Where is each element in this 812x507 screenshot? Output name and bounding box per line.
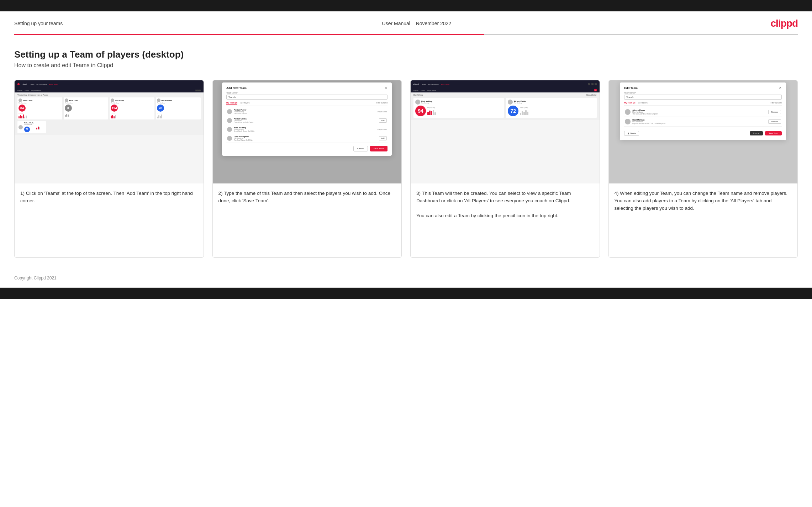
delete-team-btn[interactable]: 🗑 Delete [624, 131, 639, 136]
card-1-text: 1) Click on 'Teams' at the top of the sc… [15, 183, 204, 257]
player-info: Adrian Coliba 1 Handicap Central London … [234, 118, 377, 123]
filter-by-name-2[interactable]: Filter by name [376, 102, 388, 105]
card-3-screenshot: clippd Home My Performance My HL Teams ⬛… [411, 80, 600, 183]
modal-2-title: Add New Team [226, 86, 247, 90]
card-3: clippd Home My Performance My HL Teams ⬛… [410, 80, 600, 258]
player-detail-2: The Gog Magog Golf Club [234, 139, 377, 141]
player-row: Blair McHarg Plus Handicap Royal North D… [226, 125, 387, 134]
player-detail-2: Central London Golf Centre [234, 122, 377, 123]
card-4-text: 4) When editing your Team, you can chang… [609, 183, 798, 257]
delete-btn-label: Delete [630, 132, 636, 134]
player-info-4-1: Adrian Player Plus Handicap The Shire, L… [632, 109, 766, 115]
card-4: Edit Team ✕ Team Name * Team A My Team (… [608, 80, 798, 258]
header-left-text: Setting up your teams [14, 21, 63, 26]
card-2: Add New Team ✕ Team Name * Team A My Tea… [212, 80, 402, 258]
top-bar [0, 0, 812, 11]
copyright-text: Copyright Clippd 2021 [14, 276, 57, 281]
modal-4-save-btn[interactable]: Save Team [765, 131, 782, 135]
clippd-logo: clippd [771, 18, 798, 29]
player-avatar-4-1 [625, 109, 631, 115]
main-content: Setting up a Team of players (desktop) H… [0, 35, 812, 276]
trash-icon: 🗑 [627, 132, 629, 134]
player-avatar [227, 109, 232, 114]
card-2-screenshot: Add New Team ✕ Team Name * Team A My Tea… [213, 80, 402, 183]
page-footer: Copyright Clippd 2021 [0, 276, 812, 288]
player-detail-4-2b: Royal North Devon Golf Club, United King… [632, 123, 766, 124]
team-name-label-4: Team Name * [624, 92, 782, 94]
add-team-modal: Add New Team ✕ Team Name * Team A My Tea… [222, 82, 392, 156]
modal-4-footer: 🗑 Delete Cancel Save Team [624, 131, 782, 136]
filter-by-name-4[interactable]: Filter by name [770, 102, 782, 104]
page-title: Setting up a Team of players (desktop) [14, 49, 798, 60]
modal-4-cancel-btn[interactable]: Cancel [750, 131, 763, 135]
player-status: Player Added [378, 129, 387, 130]
modal-2-footer: Cancel Save Team [226, 146, 387, 151]
card-1-screenshot: clippd Home My Performance My HL Teams R… [15, 80, 204, 183]
modal-2-close-btn[interactable]: ✕ [385, 86, 387, 90]
card-4-screenshot: Edit Team ✕ Team Name * Team A My Team (… [609, 80, 798, 183]
player-detail-4-1b: The Shire, London, United Kingdom [632, 113, 766, 115]
page-subtitle: How to create and edit Teams in Clippd [14, 62, 798, 69]
player-row: Adrian Player Plus Handicap The Shire, L… [226, 107, 387, 116]
modal-2-player-list: Adrian Player Plus Handicap The Shire, L… [226, 107, 387, 143]
player-avatar [227, 127, 232, 132]
modal-4-title: Edit Team [624, 86, 638, 90]
player-avatar [227, 118, 232, 123]
modal-4-close-btn[interactable]: ✕ [779, 86, 782, 90]
player-info: Dave Billingham 5.9 Handicap The Gog Mag… [234, 135, 377, 141]
player-detail-2: Royal North Devon Golf Club [234, 130, 376, 132]
player-row: Adrian Coliba 1 Handicap Central London … [226, 116, 387, 125]
player-detail-2: The Shire, London [234, 113, 376, 114]
tab-my-team-4[interactable]: My Team (2) [624, 102, 635, 104]
player-row: Dave Billingham 5.9 Handicap The Gog Mag… [226, 134, 387, 143]
player-avatar-4-2 [625, 119, 631, 124]
add-player-btn[interactable]: Add [379, 118, 387, 123]
modal-2-cancel-btn[interactable]: Cancel [353, 146, 368, 151]
header-right: clippd [771, 18, 798, 29]
card-2-text: 2) Type the name of this Team and then s… [213, 183, 402, 257]
team-name-input-2[interactable]: Team A [226, 95, 387, 100]
card-1: clippd Home My Performance My HL Teams R… [14, 80, 204, 258]
team-name-label-2: Team Name * [226, 92, 387, 94]
tab-my-team-2[interactable]: My Team (2) [226, 102, 237, 105]
header: Setting up your teams User Manual – Nove… [0, 11, 812, 34]
team-name-input-4[interactable]: Team A [624, 95, 782, 100]
bottom-bar [0, 288, 812, 299]
modal-2-save-btn[interactable]: Save Team [370, 146, 388, 151]
player-row-4-1: Adrian Player Plus Handicap The Shire, L… [624, 107, 782, 117]
header-center-text: User Manual – November 2022 [382, 21, 452, 26]
card-3-desc1: 3) This Team will then be created. You c… [416, 191, 571, 203]
add-player-btn-2[interactable]: Add [379, 136, 387, 140]
modal-4-tabs: My Team (2) All Players Filter by name [624, 102, 782, 106]
card-3-desc2: You can also edit a Team by clicking the… [416, 213, 558, 218]
card-3-text: 3) This Team will then be created. You c… [411, 183, 600, 257]
player-info: Blair McHarg Plus Handicap Royal North D… [234, 127, 376, 132]
remove-player-btn-4-2[interactable]: Remove [768, 119, 781, 124]
player-row-4-2: Blair McHarg Plus Handicap Royal North D… [624, 117, 782, 127]
player-status: Player Added [378, 111, 387, 113]
cards-grid: clippd Home My Performance My HL Teams R… [14, 80, 798, 258]
player-avatar [227, 136, 232, 141]
tab-all-players-4[interactable]: All Players [638, 102, 648, 104]
player-info: Adrian Player Plus Handicap The Shire, L… [234, 109, 376, 114]
remove-player-btn-4-1[interactable]: Remove [768, 110, 781, 114]
edit-team-modal: Edit Team ✕ Team Name * Team A My Team (… [620, 82, 786, 140]
tab-all-players-2[interactable]: All Players [240, 102, 249, 105]
player-info-4-2: Blair McHarg Plus Handicap Royal North D… [632, 119, 766, 124]
modal-2-tabs: My Team (2) All Players Filter by name [226, 102, 387, 106]
